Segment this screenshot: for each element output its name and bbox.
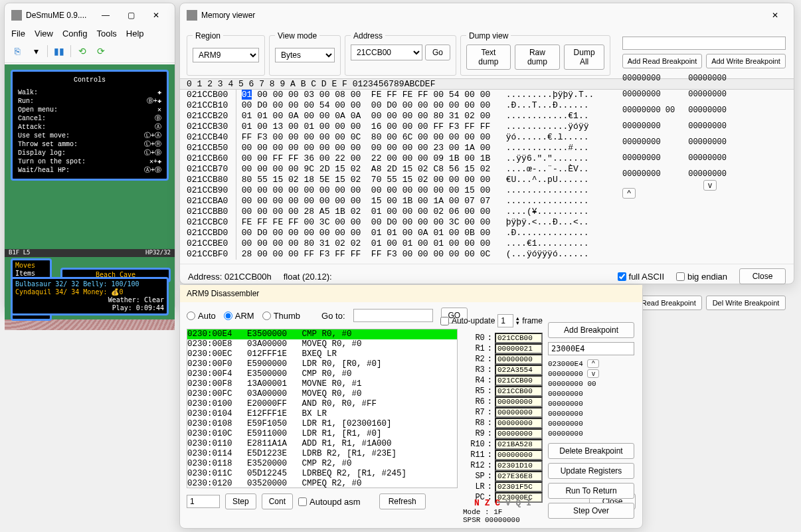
step-count-input[interactable] — [187, 495, 220, 508]
toolbar-separator — [70, 45, 71, 57]
game-hud: B1F L5 HP32/32 — [5, 249, 175, 257]
bp-down-button[interactable]: v — [703, 180, 717, 191]
cpu-flags: N Z C V Q I Mode : 1F SPSR 00000000 — [463, 495, 543, 524]
status-float: float (20.12): — [284, 272, 332, 282]
game-status: Bulbasaur 32/ 32 Belly: 100/100 Cyndaqui… — [11, 277, 169, 315]
menu-tools[interactable]: Tools — [96, 29, 116, 39]
reset-icon[interactable]: ⟲ — [75, 44, 90, 58]
minimize-button[interactable]: — — [94, 7, 118, 23]
hud-right: HP32/32 — [145, 249, 171, 257]
frame-down-icon[interactable]: ▾ — [516, 321, 519, 325]
address-input[interactable]: 21CCB00 — [351, 44, 422, 60]
address-label: Address — [351, 31, 385, 41]
del-write-bp-button[interactable]: Del Write Breakpoint — [706, 296, 786, 310]
frame-label: frame — [522, 316, 543, 325]
text-dump-button[interactable]: Text dump — [466, 44, 511, 70]
toolbar-separator — [47, 45, 48, 57]
disassembler-window: ARM9 Disassembler Auto ARM Thumb Go to: … — [179, 284, 643, 529]
dump-label: Dump view — [466, 31, 511, 41]
cpu-spsr: SPSR 00000000 — [463, 516, 543, 524]
registers-panel: R0 : R1 : R2 : R3 : R4 : R5 : R6 : R7 : … — [465, 333, 543, 503]
add-write-bp-button[interactable]: Add Write Breakpoint — [706, 54, 786, 68]
go-button[interactable]: Go — [425, 44, 450, 60]
autoupdate-checkbox[interactable]: Auto-update — [440, 316, 495, 325]
dropdown-icon[interactable]: ▾ — [29, 44, 43, 58]
memory-title: Memory viewer — [201, 11, 763, 20]
step-icon[interactable]: ⟳ — [94, 44, 108, 58]
memory-viewer-window: Memory viewer ✕ Region ARM9 View mode By… — [179, 3, 794, 284]
emulator-window: DeSmuME 0.9.... — ▢ ✕ File View Config T… — [4, 3, 175, 311]
emulator-title: DeSmuME 0.9.... — [26, 11, 94, 20]
step-button[interactable]: Step — [225, 493, 256, 509]
status-weather: Weather: Clear — [15, 296, 164, 304]
update-regs-button[interactable]: Update Registers — [548, 463, 634, 479]
disasm-listing[interactable]: 0230:00E4 E3500000 CMP R0, #00230:00E8 0… — [187, 329, 458, 488]
menu-view[interactable]: View — [35, 29, 53, 39]
cpu-mode: Mode : 1F — [463, 508, 543, 516]
mode-thumb-radio[interactable]: Thumb — [262, 311, 300, 321]
memory-titlebar: Memory viewer ✕ — [180, 3, 794, 27]
status-play: Play: 0:09:44 — [15, 304, 164, 312]
maximize-button[interactable]: ▢ — [119, 7, 143, 23]
add-read-bp-button[interactable]: Add Read Breakpoint — [622, 54, 702, 68]
goto-input[interactable] — [353, 309, 433, 322]
autoupd-checkbox[interactable]: Autoupd asm — [298, 497, 361, 507]
raw-dump-button[interactable]: Raw dump — [515, 44, 560, 70]
hud-left: B1F L5 — [9, 249, 31, 257]
disasm-right-panel: Add Breakpoint 023000E4 ^00000000 v00000… — [548, 322, 634, 519]
menu-config[interactable]: Config — [62, 29, 88, 39]
pause-icon[interactable]: ▮▮ — [52, 44, 66, 58]
frame-input[interactable] — [497, 314, 513, 327]
dump-all-button[interactable]: Dump All — [564, 44, 604, 70]
status-address: Address: 021CCB00h — [188, 272, 272, 282]
status-p1: Bulbasaur 32/ 32 Belly: 100/100 — [15, 280, 164, 288]
delete-bp-button[interactable]: Delete Breakpoint — [548, 443, 634, 459]
emulator-menubar: File View Config Tools Help — [5, 27, 175, 43]
region-select[interactable]: ARM9 — [193, 48, 259, 62]
game-screen: Controls Walk:✚Run:Ⓑ+✚Open menu:✕Cancel:… — [5, 64, 175, 319]
disasm-title: ARM9 Disassembler — [187, 289, 636, 298]
goto-label: Go to: — [321, 311, 345, 321]
emulator-toolbar: ⎘ ▾ ▮▮ ⟲ ⟳ — [5, 43, 175, 63]
close-button[interactable]: ✕ — [763, 7, 787, 23]
controls-title: Controls — [18, 76, 161, 84]
bp-search-input[interactable] — [622, 37, 786, 50]
bp-up-button[interactable]: ^ — [622, 188, 636, 199]
bp-address-input[interactable] — [548, 342, 634, 355]
mode-arm-radio[interactable]: ARM — [224, 311, 254, 321]
disasm-titlebar: ARM9 Disassembler — [180, 285, 642, 302]
bp-list: 023000E4 ^00000000 v00000000 00000000000… — [548, 359, 634, 439]
region-label: Region — [193, 31, 223, 41]
controls-panel: Controls Walk:✚Run:Ⓑ+✚Open menu:✕Cancel:… — [11, 70, 169, 181]
emulator-titlebar: DeSmuME 0.9.... — ▢ ✕ — [5, 3, 175, 27]
step-over-button[interactable]: Step Over — [548, 503, 634, 519]
run-return-button[interactable]: Run To Return — [548, 483, 634, 499]
menu-help[interactable]: Help — [126, 29, 144, 39]
menu-file[interactable]: File — [11, 29, 25, 39]
viewmode-select[interactable]: Bytes — [275, 48, 335, 62]
viewmode-label: View mode — [275, 31, 319, 41]
cont-button[interactable]: Cont — [262, 493, 293, 509]
breakpoint-panel: Add Read Breakpoint Add Write Breakpoint… — [622, 37, 786, 315]
status-p2: Cyndaquil 34/ 34 Money: 💰0 — [15, 288, 164, 296]
refresh-button[interactable]: Refresh — [379, 493, 426, 509]
app-icon — [11, 10, 22, 21]
open-icon[interactable]: ⎘ — [10, 44, 25, 58]
add-bp-button[interactable]: Add Breakpoint — [548, 322, 634, 338]
app-icon — [187, 10, 197, 21]
mode-auto-radio[interactable]: Auto — [187, 311, 216, 321]
close-button[interactable]: ✕ — [144, 7, 168, 23]
